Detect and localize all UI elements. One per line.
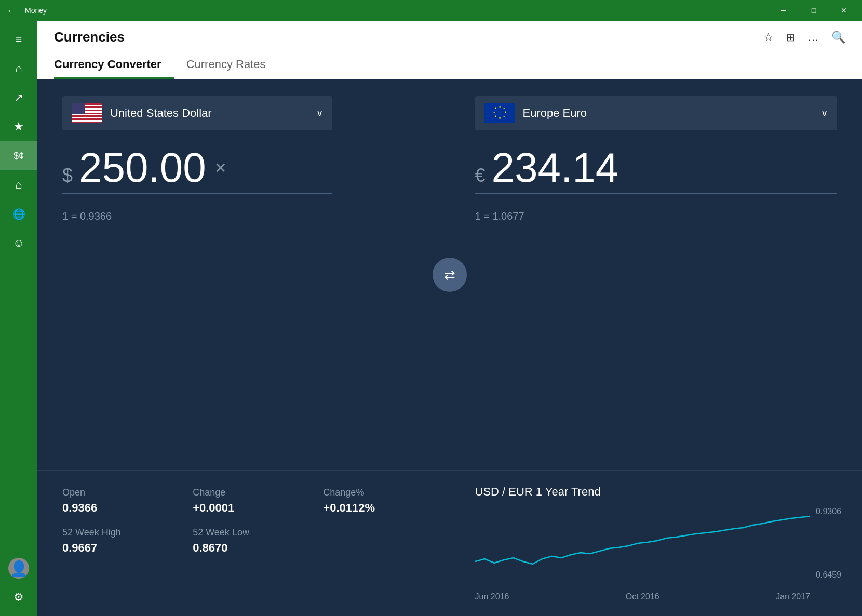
close-button[interactable]: ✕ (832, 0, 856, 21)
to-rate: 1 = 1.0677 (475, 210, 838, 222)
more-icon[interactable]: … (807, 31, 819, 44)
sidebar-item-settings[interactable]: ⚙ (0, 583, 37, 612)
stat-open-label: Open (62, 487, 168, 498)
swap-button[interactable]: ⇄ (431, 256, 468, 293)
chart-title: USD / EUR 1 Year Trend (475, 485, 842, 499)
chart-x-label-1: Oct 2016 (626, 592, 659, 601)
sidebar-item-home[interactable]: ⌂ (0, 54, 37, 83)
sidebar-item-realestate[interactable]: ⌂ (0, 170, 37, 199)
main-area: United States Dollar ∨ $ 250.00 ✕ 1 = 0.… (37, 79, 862, 616)
from-rate: 1 = 0.9366 (62, 210, 425, 222)
svg-text:★: ★ (498, 105, 501, 108)
search-icon[interactable]: 🔍 (831, 31, 845, 44)
header-icons: ☆ ⊞ … 🔍 (763, 31, 845, 44)
main-content: Currencies ☆ ⊞ … 🔍 Currency Converter Cu… (37, 21, 862, 616)
to-underline (475, 193, 838, 194)
favorite-icon[interactable]: ☆ (763, 31, 774, 44)
tab-currency-converter[interactable]: Currency Converter (54, 53, 174, 79)
stat-week-high-value: 0.9667 (62, 541, 168, 555)
to-amount[interactable]: 234.14 (492, 147, 619, 189)
app-container: ≡ ⌂ ↗ ★ $¢ ⌂ 🌐 ☺ 👤 ⚙ Currencies ☆ ⊞ … 🔍 (0, 21, 862, 616)
trend-chart-svg (475, 507, 811, 580)
sidebar-item-menu[interactable]: ≡ (0, 25, 37, 54)
to-flag: ★ ★ ★ ★ ★ ★ ★ ★ (484, 103, 515, 123)
svg-text:★: ★ (504, 111, 506, 114)
stat-change-pct: Change% +0.0112% (323, 487, 428, 515)
stat-change-value: +0.0001 (193, 501, 298, 515)
to-currency-name: Europe Euro (523, 106, 821, 120)
svg-text:★: ★ (494, 106, 496, 110)
stat-week-low-label: 52 Week Low (193, 527, 298, 538)
from-amount[interactable]: 250.00 (79, 147, 206, 189)
header-top: Currencies ☆ ⊞ … 🔍 (54, 29, 845, 45)
stat-week-high: 52 Week High 0.9667 (62, 527, 168, 555)
stat-change-label: Change (193, 487, 298, 498)
converter-row: United States Dollar ∨ $ 250.00 ✕ 1 = 0.… (37, 79, 862, 471)
panel-to: ★ ★ ★ ★ ★ ★ ★ ★ E (450, 79, 863, 470)
stat-week-low-value: 0.8670 (193, 541, 298, 555)
chart-x-labels: Jun 2016 Oct 2016 Jan 2017 (475, 592, 842, 601)
svg-text:★: ★ (494, 115, 496, 118)
back-button[interactable]: ← (6, 5, 17, 17)
chart-panel: USD / EUR 1 Year Trend 0.9306 0.6459 Jun… (454, 471, 863, 616)
sidebar-bottom: 👤 ⚙ (0, 554, 37, 612)
from-clear-icon[interactable]: ✕ (214, 159, 226, 177)
sidebar-item-watchlist[interactable]: ★ (0, 112, 37, 141)
chart-high-label: 0.9306 (816, 507, 841, 516)
to-chevron-icon: ∨ (821, 108, 828, 119)
titlebar: ← Money ─ □ ✕ (0, 0, 862, 21)
svg-text:★: ★ (502, 106, 505, 110)
pin-icon[interactable]: ⊞ (786, 31, 795, 44)
from-flag (72, 103, 102, 123)
minimize-button[interactable]: ─ (772, 0, 796, 21)
to-currency-selector[interactable]: ★ ★ ★ ★ ★ ★ ★ ★ E (475, 96, 838, 130)
svg-text:★: ★ (492, 111, 495, 114)
header: Currencies ☆ ⊞ … 🔍 Currency Converter Cu… (37, 21, 862, 79)
stats-panel: Open 0.9366 Change +0.0001 Change% +0.01… (37, 471, 454, 616)
sidebar-item-international[interactable]: 🌐 (0, 199, 37, 229)
tab-currency-rates[interactable]: Currency Rates (186, 53, 278, 79)
from-amount-row: $ 250.00 ✕ (62, 147, 425, 189)
window-controls: ─ □ ✕ (772, 0, 856, 21)
header-tabs: Currency Converter Currency Rates (54, 53, 845, 79)
sidebar-item-currencies[interactable]: $¢ (0, 141, 37, 170)
to-symbol: € (475, 165, 486, 186)
chart-area: 0.9306 0.6459 (475, 507, 842, 590)
to-amount-row: € 234.14 (475, 147, 838, 189)
stat-week-high-label: 52 Week High (62, 527, 168, 538)
page-title: Currencies (54, 29, 125, 45)
bottom-row: Open 0.9366 Change +0.0001 Change% +0.01… (37, 471, 862, 616)
stat-change-pct-label: Change% (323, 487, 428, 498)
from-chevron-icon: ∨ (316, 108, 323, 119)
from-underline (62, 193, 332, 194)
app-title: Money (25, 6, 772, 15)
chart-x-label-2: Jan 2017 (776, 592, 810, 601)
avatar[interactable]: 👤 (8, 558, 29, 579)
stat-open-value: 0.9366 (62, 501, 168, 515)
panel-from: United States Dollar ∨ $ 250.00 ✕ 1 = 0.… (37, 79, 450, 470)
stat-change: Change +0.0001 (193, 487, 298, 515)
stat-open: Open 0.9366 (62, 487, 168, 515)
svg-text:★: ★ (502, 115, 505, 118)
sidebar: ≡ ⌂ ↗ ★ $¢ ⌂ 🌐 ☺ 👤 ⚙ (0, 21, 37, 616)
maximize-button[interactable]: □ (802, 0, 826, 21)
from-currency-selector[interactable]: United States Dollar ∨ (62, 96, 332, 130)
stats-grid: Open 0.9366 Change +0.0001 Change% +0.01… (62, 487, 429, 555)
stat-change-pct-value: +0.0112% (323, 501, 428, 515)
stat-week-low: 52 Week Low 0.8670 (193, 527, 298, 555)
from-symbol: $ (62, 165, 73, 186)
sidebar-item-news[interactable]: ☺ (0, 229, 37, 258)
svg-text:★: ★ (498, 116, 501, 119)
chart-low-label: 0.6459 (816, 570, 841, 580)
sidebar-item-trending[interactable]: ↗ (0, 83, 37, 112)
from-currency-name: United States Dollar (110, 106, 316, 120)
chart-x-label-0: Jun 2016 (475, 592, 509, 601)
